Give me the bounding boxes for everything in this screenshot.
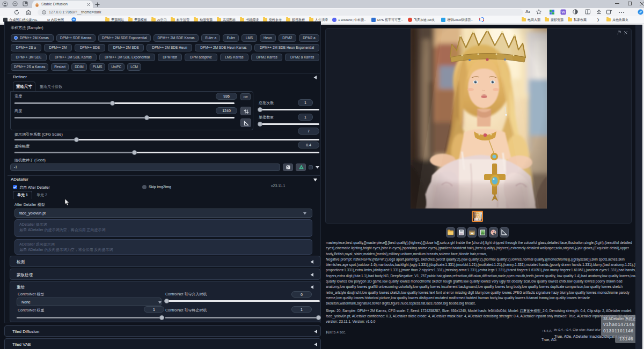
svg-text:W: W (561, 10, 565, 14)
